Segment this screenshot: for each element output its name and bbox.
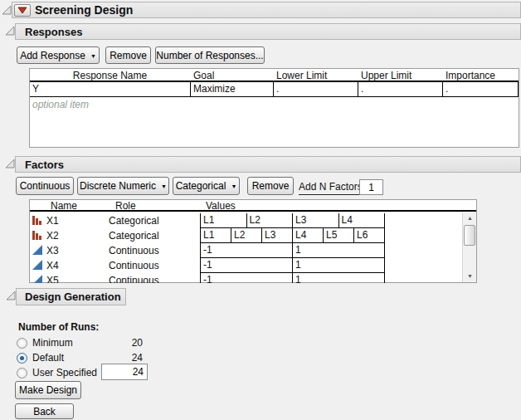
factors-header-bar: Factors bbox=[15, 156, 521, 173]
factor-name-cell[interactable]: X2 bbox=[46, 228, 59, 243]
factor-values: L1L2L3L4 bbox=[200, 213, 385, 228]
disclosure-triangle-icon[interactable] bbox=[5, 159, 15, 168]
factors-title: Factors bbox=[16, 159, 64, 171]
screening-design-header-bar: Screening Design bbox=[12, 2, 521, 18]
factor-values: -11 bbox=[200, 273, 385, 283]
factor-values: L1L2L3L4L5L6 bbox=[200, 228, 385, 243]
categorical-factor-button[interactable]: Categorical▼ bbox=[173, 177, 240, 195]
categorical-bars-icon bbox=[32, 230, 43, 241]
column-header: Importance bbox=[442, 69, 519, 81]
responses-table: Response Name Goal Lower Limit Upper Lim… bbox=[29, 68, 519, 148]
dropdown-arrow-icon: ▼ bbox=[231, 183, 236, 189]
factor-values: -11 bbox=[200, 258, 385, 273]
column-header: Name bbox=[51, 200, 77, 212]
radio-button[interactable] bbox=[17, 353, 27, 364]
design-generation-title: Design Generation bbox=[17, 291, 121, 303]
runs-option-label: User Specified bbox=[32, 367, 97, 378]
factor-value-cell[interactable]: 1 bbox=[292, 273, 385, 283]
factor-value-cell[interactable]: L4 bbox=[338, 213, 386, 228]
remove-response-button[interactable]: Remove bbox=[105, 46, 151, 64]
factor-value-cell[interactable]: L2 bbox=[231, 228, 261, 243]
red-triangle-icon bbox=[17, 7, 27, 14]
factor-role-cell[interactable]: Categorical bbox=[109, 228, 159, 243]
factor-role-cell[interactable]: Categorical bbox=[109, 213, 159, 228]
optional-item-row[interactable]: optional item bbox=[30, 97, 519, 112]
factor-row: X1CategoricalL1L2L3L4 bbox=[30, 213, 462, 228]
screening-design-panel: Screening Design Responses Add Response▼… bbox=[0, 0, 521, 420]
column-header: Response Name bbox=[30, 69, 190, 81]
dropdown-arrow-icon: ▼ bbox=[161, 183, 167, 189]
red-triangle-menu-button[interactable] bbox=[14, 4, 31, 17]
number-of-responses-button[interactable]: Number of Responses... bbox=[155, 46, 265, 64]
importance-cell[interactable]: . bbox=[442, 82, 519, 97]
runs-option-value: 20 bbox=[91, 337, 143, 349]
factor-value-cell[interactable]: -1 bbox=[200, 273, 292, 283]
factor-row: X4Continuous-11 bbox=[30, 258, 462, 273]
factor-value-cell[interactable]: 1 bbox=[292, 258, 385, 273]
runs-option-label: Minimum bbox=[32, 337, 73, 349]
factor-value-cell[interactable]: L6 bbox=[353, 228, 385, 243]
factor-name-cell[interactable]: X1 bbox=[46, 213, 59, 228]
factor-name-cell[interactable]: X4 bbox=[46, 258, 59, 273]
factor-value-cell[interactable]: L1 bbox=[200, 213, 246, 228]
number-of-runs-options: Minimum20Default24User Specified bbox=[17, 335, 158, 380]
factor-row: X3Continuous-11 bbox=[30, 243, 462, 258]
factor-value-cell[interactable]: -1 bbox=[200, 258, 292, 273]
column-header: Goal bbox=[190, 69, 273, 81]
scroll-down-icon[interactable]: ▼ bbox=[463, 271, 477, 282]
add-n-factors-label: Add N Factors bbox=[299, 181, 359, 195]
factors-table: Name Role Values X1CategoricalL1L2L3L4X2… bbox=[29, 199, 477, 283]
factors-scrollbar[interactable]: ▲ ▼ bbox=[462, 212, 476, 282]
continuous-ramp-icon bbox=[32, 275, 43, 283]
factor-value-cell[interactable]: -1 bbox=[200, 243, 292, 258]
factor-value-cell[interactable]: L2 bbox=[246, 213, 293, 228]
factor-value-cell[interactable]: L4 bbox=[292, 228, 323, 243]
scrollbar-thumb[interactable] bbox=[464, 225, 475, 246]
continuous-factor-button[interactable]: Continuous bbox=[16, 177, 74, 195]
remove-factor-button[interactable]: Remove bbox=[247, 177, 294, 195]
runs-option-value: 24 bbox=[91, 352, 143, 364]
lower-limit-cell[interactable]: . bbox=[273, 82, 358, 97]
page-title: Screening Design bbox=[35, 3, 133, 17]
back-button[interactable]: Back bbox=[15, 403, 74, 419]
factor-row: X5Continuous-11 bbox=[30, 273, 462, 283]
dropdown-arrow-icon: ▼ bbox=[90, 53, 96, 59]
factor-value-cell[interactable]: L1 bbox=[200, 228, 231, 243]
disclosure-triangle-icon[interactable] bbox=[6, 291, 16, 300]
factor-value-cell[interactable]: L3 bbox=[261, 228, 292, 243]
disclosure-triangle-icon[interactable] bbox=[5, 26, 15, 36]
upper-limit-cell[interactable]: . bbox=[358, 82, 442, 97]
factor-value-cell[interactable]: 1 bbox=[292, 243, 385, 258]
column-header: Role bbox=[115, 200, 136, 212]
factor-role-cell[interactable]: Continuous bbox=[109, 243, 159, 258]
responses-header-bar: Responses bbox=[15, 23, 521, 40]
continuous-ramp-icon bbox=[32, 245, 43, 256]
factor-value-cell[interactable]: L5 bbox=[323, 228, 353, 243]
factor-values: -11 bbox=[200, 243, 385, 258]
continuous-ramp-icon bbox=[32, 260, 43, 271]
discrete-numeric-factor-button[interactable]: Discrete Numeric▼ bbox=[77, 177, 169, 195]
factor-role-cell[interactable]: Continuous bbox=[109, 258, 159, 273]
responses-title: Responses bbox=[16, 26, 82, 38]
responses-table-header: Response Name Goal Lower Limit Upper Lim… bbox=[30, 69, 519, 82]
number-of-runs-label: Number of Runs: bbox=[18, 321, 99, 333]
goal-cell[interactable]: Maximize bbox=[190, 82, 273, 97]
user-specified-runs-input[interactable] bbox=[101, 364, 148, 380]
add-response-button[interactable]: Add Response▼ bbox=[17, 46, 100, 64]
disclosure-triangle-icon[interactable] bbox=[2, 5, 12, 15]
scroll-up-icon[interactable]: ▲ bbox=[463, 212, 477, 224]
column-header: Upper Limit bbox=[358, 69, 442, 81]
response-row: Y Maximize . . . bbox=[30, 82, 519, 97]
factor-role-cell[interactable]: Continuous bbox=[109, 273, 159, 283]
factor-name-cell[interactable]: X3 bbox=[46, 243, 59, 258]
radio-button[interactable] bbox=[17, 368, 27, 378]
response-name-cell[interactable]: Y bbox=[30, 82, 190, 97]
factor-row: X2CategoricalL1L2L3L4L5L6 bbox=[30, 228, 462, 243]
make-design-button[interactable]: Make Design bbox=[15, 381, 81, 399]
factor-value-cell[interactable]: L3 bbox=[292, 213, 338, 228]
factors-table-header: Name Role Values bbox=[30, 200, 476, 212]
radio-button[interactable] bbox=[17, 338, 27, 349]
add-n-factors-input[interactable] bbox=[359, 179, 383, 195]
runs-option-row: User Specified bbox=[17, 365, 158, 380]
factor-name-cell[interactable]: X5 bbox=[46, 273, 59, 283]
